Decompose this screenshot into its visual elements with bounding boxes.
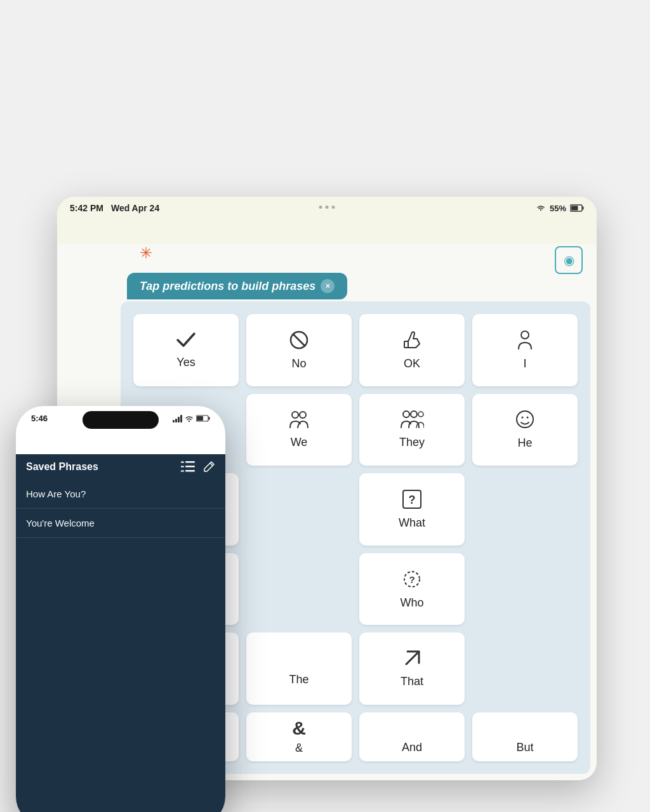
svg-rect-5 [404,341,408,348]
aac-empty-2 [246,473,352,546]
prediction-banner: Tap predictions to build phrases × [127,273,347,299]
svg-rect-1 [583,207,584,210]
aac-empty-4 [246,553,352,625]
svg-text:?: ? [409,574,415,585]
svg-rect-29 [185,470,195,472]
ok-label: OK [404,357,420,370]
tablet-time: 5:42 PM [70,203,103,213]
loading-spinner-icon: ✳ [140,244,152,262]
what-label: What [399,516,425,530]
svg-rect-26 [197,416,203,421]
aac-cell-i[interactable]: I [472,314,578,386]
phone-dynamic-island [83,411,159,429]
aac-cell-yes[interactable]: Yes [133,314,239,386]
svg-rect-25 [209,417,210,420]
he-icon [515,409,535,433]
svg-point-12 [517,411,533,428]
who-label: Who [400,596,423,610]
aac-cell-we[interactable]: We [246,394,352,466]
svg-point-10 [411,411,417,417]
tablet-dot-1 [319,206,322,209]
svg-point-23 [189,420,190,421]
prediction-banner-text: Tap predictions to build phrases [140,280,315,293]
svg-point-9 [403,411,409,417]
aac-cell-he[interactable]: He [472,394,578,466]
svg-line-33 [210,463,213,466]
that-label: That [401,675,423,688]
but-label: But [516,741,533,754]
nfc-icon-symbol: ◉ [564,252,574,268]
who-icon: ? [401,569,423,593]
wifi-icon [536,204,546,212]
tablet-date: Wed Apr 24 [111,203,159,213]
phone-wifi-icon [185,416,194,422]
amp-label: & [295,742,303,755]
svg-point-6 [521,331,529,339]
phone-header-title: Saved Phrases [26,461,98,473]
signal-bars-icon [173,415,182,422]
svg-point-7 [292,412,298,418]
svg-rect-2 [571,206,578,211]
yes-label: Yes [176,356,195,369]
nfc-speak-icon[interactable]: ◉ [555,246,583,274]
tablet-dot-2 [326,206,329,209]
we-label: We [291,436,308,449]
list-icon[interactable] [181,461,195,473]
svg-point-13 [522,417,524,419]
phone-status-right [173,415,210,422]
no-icon [289,330,309,353]
phone-battery-icon [196,415,210,422]
no-label: No [291,357,306,370]
svg-point-8 [300,412,306,418]
aac-cell-who[interactable]: ? Who [359,553,465,625]
aac-cell-no[interactable]: No [246,314,352,386]
svg-rect-28 [185,466,195,468]
aac-empty-6 [472,632,578,705]
we-icon [289,410,309,432]
svg-rect-27 [185,461,195,463]
person-icon [516,330,534,353]
prediction-banner-close[interactable]: × [321,279,335,293]
tablet-status-right: 55% [536,204,584,213]
tablet-battery-icon [570,204,584,212]
edit-icon[interactable] [202,461,215,473]
aac-cell-ok[interactable]: OK [359,314,465,386]
saved-item-label: How Are You? [26,488,86,499]
svg-line-4 [293,334,305,346]
the-label: The [289,673,308,686]
what-icon: ? [402,489,422,513]
thumbsup-icon [402,330,422,353]
saved-item-how-are-you[interactable]: How Are You? [16,480,225,509]
aac-cell-but[interactable]: But [472,712,578,761]
and-label: And [402,741,422,754]
aac-cell-what[interactable]: ? What [359,473,465,546]
phone-saved-list: How Are You? You're Welcome [16,480,225,812]
aac-cell-they[interactable]: They [359,394,465,466]
phone-time: 5:46 [31,414,48,423]
svg-line-22 [406,652,419,664]
aac-empty-5 [472,553,578,625]
they-icon [400,410,424,432]
check-icon [176,331,196,352]
tablet-status-bar: 5:42 PM Wed Apr 24 55% [57,197,597,217]
they-label: They [399,436,425,449]
that-icon [402,649,421,671]
phone-content: Saved Phrases [16,454,225,812]
i-label: I [523,357,526,370]
tablet-top-bg: 5:42 PM Wed Apr 24 55% [57,197,597,244]
he-label: He [517,436,532,450]
saved-item-label: You're Welcome [26,518,95,528]
aac-cell-that[interactable]: That [359,632,465,705]
amp-icon: & [292,719,306,738]
phone-device: 5:46 Save [16,406,225,812]
svg-text:?: ? [409,494,416,506]
svg-point-14 [527,417,529,419]
aac-cell-and[interactable]: And [359,712,465,761]
aac-cell-the[interactable]: The [246,632,352,705]
tablet-dot-3 [332,206,335,209]
saved-item-youre-welcome[interactable]: You're Welcome [16,509,225,538]
aac-cell-amp[interactable]: & & [246,712,352,761]
aac-empty-3 [472,473,578,546]
tablet-battery-pct: 55% [550,204,566,213]
svg-point-11 [418,412,423,417]
